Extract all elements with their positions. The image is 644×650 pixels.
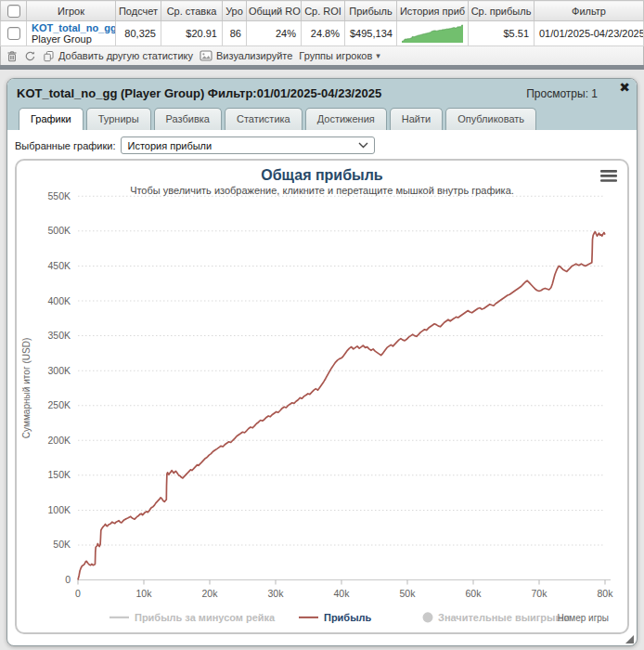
y-tick-label: 550K [47,190,71,202]
x-tick-label: 50k [400,588,417,599]
y-tick-label: 300K [47,365,71,376]
y-tick-label: 450K [47,260,71,271]
avg-stake-cell: $20.91 [161,21,223,46]
y-tick-label: 250K [47,399,71,410]
x-tick-label: 0 [75,588,81,599]
x-tick-label: 60k [466,588,483,599]
profit-history-cell [397,21,469,46]
column-header-1[interactable]: Игрок [27,1,116,21]
y-tick-label: 0 [65,574,71,585]
column-header-4[interactable]: Уро [223,1,247,21]
legend-label: Прибыль [324,612,371,623]
graph-type-select[interactable]: История прибыли [121,136,375,154]
chart-menu-icon[interactable] [600,170,617,182]
caret-down-icon: ▾ [376,51,380,60]
tab-статистика[interactable]: Статистика [225,108,303,130]
y-tick-label: 350K [47,330,71,341]
tab-найти[interactable]: Найти [390,108,443,130]
delete-button[interactable] [6,50,18,62]
count-cell: 80,325 [116,21,161,46]
legend-item-3[interactable]: Значительные выигрыши [423,612,571,623]
row-select-cell[interactable] [1,21,27,46]
selected-graphs-label: Выбранные графики: [15,140,115,151]
y-tick-label: 500K [47,225,71,236]
table-header-row: ИгрокПодсчетСр. ставкаУроОбщий ROIСр. RO… [1,1,644,21]
close-icon[interactable]: ✖ [619,81,630,94]
x-axis-title: Номер игры [558,613,609,623]
legend-marker-circle [423,612,433,622]
panel-title: KOT_total_no_gg (Player Group) Фильтр:01… [17,86,381,100]
y-axis-title: Суммарный итог (USD) [21,338,32,438]
x-tick-label: 80k [598,588,614,599]
column-header-7[interactable]: Прибыль [345,1,397,21]
refresh-button[interactable] [24,50,36,62]
profit-chart-svg[interactable]: Общая прибыльЧтобы увеличить изображение… [17,161,627,632]
column-header-10[interactable]: Фильтр [535,1,644,21]
y-tick-label: 100K [47,504,71,515]
player-cell: KOT_total_no_gg Player Group [27,21,116,46]
y-tick-label: 50K [53,539,71,550]
avg-roi-cell: 24.8% [302,21,345,46]
column-header-3[interactable]: Ср. ставка [161,1,223,21]
resize-grip-icon[interactable] [625,635,634,644]
profit-sparkline [402,24,463,43]
panel-header: ✖ KOT_total_no_gg (Player Group) Фильтр:… [7,79,637,130]
y-tick-label: 150K [47,469,71,480]
refresh-icon [24,50,36,62]
chart-subtitle: Чтобы увеличить изображение, кликните и … [130,185,514,196]
legend-label: Прибыль за минусом рейка [135,612,276,623]
level-cell: 86 [223,21,247,46]
player-stats-table: ИгрокПодсчетСр. ставкаУроОбщий ROIСр. RO… [0,0,644,46]
copy-icon [43,50,55,62]
y-tick-label: 200K [47,435,71,446]
tab-графики[interactable]: Графики [19,108,84,130]
chart-title: Общая прибыль [261,166,383,183]
filter-cell: 01/01/2025-04/23/2025 [535,21,644,46]
table-row: KOT_total_no_gg Player Group 80,325 $20.… [1,21,644,46]
player-group-label: Player Group [32,33,110,45]
tab-турниры[interactable]: Турниры [86,108,151,130]
total-roi-cell: 24% [247,21,302,46]
player-stats-pane: ИгрокПодсчетСр. ставкаУроОбщий ROIСр. RO… [0,0,644,70]
avg-profit-cell: $5.51 [469,21,535,46]
column-header-6[interactable]: Ср. ROI [302,1,345,21]
panel-body: Выбранные графики: История прибыли Общая… [7,130,637,634]
legend-item-1[interactable]: Прибыль за минусом рейка [109,612,276,623]
graph-select-value: История прибыли [127,140,212,151]
x-tick-label: 40k [334,588,351,599]
column-header-5[interactable]: Общий ROI [247,1,302,21]
tab-разбивка[interactable]: Разбивка [154,108,222,130]
profit-chart-container: Общая прибыльЧтобы увеличить изображение… [15,159,629,634]
column-header-9[interactable]: Ср. прибыль [469,1,535,21]
column-header-8[interactable]: История приб [397,1,469,21]
x-tick-label: 70k [532,588,548,599]
add-statistic-label: Добавить другую статистику [58,50,193,61]
x-tick-label: 20k [202,588,219,599]
visualize-label: Визуализируйте [216,50,292,61]
select-all-checkbox[interactable] [7,5,20,18]
chevron-down-icon [358,142,368,149]
trash-icon [6,50,18,62]
player-groups-label: Группы игроков [299,50,372,61]
player-name-link[interactable]: KOT_total_no_gg [32,22,110,33]
tab-достижения[interactable]: Достижения [305,108,387,130]
table-toolbar: Добавить другую статистику Визуализируйт… [0,46,644,65]
legend-label: Значительные выигрыши [438,612,571,623]
visualize-button[interactable]: Визуализируйте [200,50,292,61]
profit-cell: $495,134 [345,21,397,46]
legend-item-2[interactable]: Прибыль [299,612,371,623]
select-all-header[interactable] [1,1,27,21]
row-checkbox[interactable] [7,27,20,40]
tab-опубликовать[interactable]: Опубликовать [445,108,536,130]
views-counter: Просмотры: 1 [526,87,627,100]
player-groups-dropdown[interactable]: Группы игроков ▾ [299,50,380,61]
add-statistic-button[interactable]: Добавить другую статистику [43,50,193,62]
x-tick-label: 30k [268,588,285,599]
image-icon [200,50,213,61]
x-tick-label: 10k [136,588,153,599]
player-detail-panel: ✖ KOT_total_no_gg (Player Group) Фильтр:… [6,78,638,646]
y-tick-label: 400K [47,294,71,306]
panel-tabs: ГрафикиТурнирыРазбивкаСтатистикаДостижен… [17,108,627,130]
column-header-2[interactable]: Подсчет [116,1,161,21]
